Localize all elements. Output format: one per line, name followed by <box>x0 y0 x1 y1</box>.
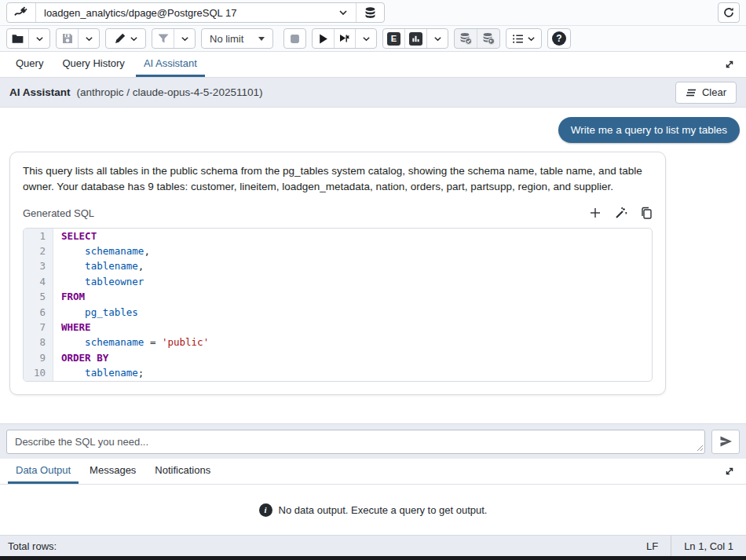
generated-sql-label: Generated SQL <box>23 207 94 219</box>
connection-bar: loadgen_analytics/dpage@PostgreSQL 17 <box>0 0 746 26</box>
connection-group: loadgen_analytics/dpage@PostgreSQL 17 <box>6 2 385 23</box>
replace-sql-button[interactable] <box>614 207 627 220</box>
explain-icon: E <box>387 32 400 46</box>
prompt-input-wrap <box>6 430 705 454</box>
edit-group <box>105 28 146 49</box>
chevron-down-icon <box>35 35 44 43</box>
response-text: This query lists all tables in the publi… <box>23 163 651 196</box>
pencil-icon <box>114 32 126 45</box>
send-button[interactable] <box>711 430 740 454</box>
reset-layout-button[interactable] <box>718 2 740 23</box>
refresh-icon <box>722 6 735 19</box>
generated-sql-code[interactable]: 1SELECT2 schemaname,3 tablename,4 tableo… <box>23 228 653 382</box>
connection-selector[interactable]: loadgen_analytics/dpage@PostgreSQL 17 <box>36 3 356 22</box>
no-data-message: No data output. Execute a query to get o… <box>279 504 488 516</box>
total-rows-label: Total rows: <box>8 540 57 552</box>
macro-group <box>506 28 542 49</box>
macro-menu-button[interactable] <box>506 29 541 48</box>
explain-analyze-button[interactable] <box>404 29 426 48</box>
query-tool-window: loadgen_analytics/dpage@PostgreSQL 17 <box>0 0 746 560</box>
play-icon <box>317 33 329 45</box>
filter-button[interactable] <box>152 29 174 48</box>
transaction-group <box>454 28 500 49</box>
sql-line: 3 tablename, <box>24 258 652 273</box>
edit-menu-button[interactable] <box>106 29 145 48</box>
chevron-down-icon <box>433 35 442 43</box>
save-file-menu-button[interactable] <box>78 29 99 48</box>
rollback-button[interactable] <box>477 29 499 48</box>
open-file-button[interactable] <box>7 29 28 48</box>
sql-line: 2 schemaname, <box>24 243 652 258</box>
window-bottom-edge <box>0 556 746 560</box>
sql-line: 1SELECT <box>24 229 652 243</box>
ai-model-label: (anthropic / claude-opus-4-5-20251101) <box>77 86 263 98</box>
sql-line: 7WHERE <box>24 320 652 335</box>
tab-messages[interactable]: Messages <box>82 459 144 484</box>
open-file-menu-button[interactable] <box>28 29 49 48</box>
plus-icon <box>589 207 602 219</box>
expand-icon <box>724 466 735 477</box>
help-group: ? <box>547 28 571 49</box>
save-file-button[interactable] <box>57 29 78 48</box>
expand-output-button[interactable] <box>721 459 738 484</box>
expand-icon <box>724 59 735 70</box>
rollback-database-icon <box>481 31 496 46</box>
chevron-down-icon <box>527 35 536 43</box>
execute-script-button[interactable] <box>334 29 355 48</box>
sql-line: 4 tableowner <box>24 274 652 289</box>
macro-list-icon <box>512 33 524 45</box>
tab-data-output[interactable]: Data Output <box>8 459 79 484</box>
new-connection-database-icon[interactable] <box>357 3 384 22</box>
sql-actions <box>589 207 653 220</box>
commit-button[interactable] <box>455 29 477 48</box>
query-tool-tabs: Query Query History AI Assistant <box>0 52 746 78</box>
sql-line: 8 schemaname = 'public' <box>24 335 652 350</box>
expand-panel-button[interactable] <box>721 52 738 77</box>
execute-button[interactable] <box>313 29 334 48</box>
row-limit-value: No limit <box>210 33 243 45</box>
tab-notifications[interactable]: Notifications <box>147 459 218 484</box>
copy-sql-button[interactable] <box>640 207 653 219</box>
status-right: LF Ln 1, Col 1 <box>634 536 746 556</box>
row-limit-select[interactable]: No limit <box>201 28 273 49</box>
help-button[interactable]: ? <box>548 29 570 48</box>
copy-icon <box>640 207 653 219</box>
tab-query-history[interactable]: Query History <box>54 52 132 77</box>
explain-menu-button[interactable] <box>426 29 448 48</box>
tab-query[interactable]: Query <box>8 52 51 77</box>
connection-label: loadgen_analytics/dpage@PostgreSQL 17 <box>44 7 236 19</box>
play-goto-icon <box>338 32 351 45</box>
clear-button-label: Clear <box>702 86 726 98</box>
output-tabs: Data Output Messages Notifications <box>0 459 746 485</box>
sql-line: 9ORDER BY <box>24 350 652 365</box>
send-icon <box>719 435 733 448</box>
connection-plug-icon <box>7 3 35 22</box>
stop-button[interactable] <box>284 29 305 48</box>
chevron-down-icon <box>130 35 138 43</box>
stop-group <box>283 28 306 49</box>
chevron-down-icon <box>181 35 189 43</box>
ai-assistant-title: AI Assistant <box>9 86 71 98</box>
save-icon <box>61 32 74 45</box>
eol-indicator: LF <box>634 536 671 556</box>
insert-sql-button[interactable] <box>589 207 602 219</box>
query-toolbar: No limit E <box>0 26 746 52</box>
user-message-bubble: Write me a query to list my tables <box>558 117 740 143</box>
explain-button[interactable]: E <box>383 29 404 48</box>
filter-menu-button[interactable] <box>174 29 195 48</box>
filter-icon <box>157 32 170 45</box>
magic-wand-icon <box>614 207 627 220</box>
commit-database-icon <box>459 31 473 46</box>
assistant-response-card: This query lists all tables in the publi… <box>9 152 666 395</box>
cursor-position: Ln 1, Col 1 <box>671 536 746 556</box>
ai-assistant-header: AI Assistant (anthropic / claude-opus-4-… <box>0 78 746 108</box>
generated-sql-header: Generated SQL <box>23 207 653 220</box>
sql-line: 6 pg_tables <box>24 305 652 320</box>
stop-icon <box>290 34 300 44</box>
execute-menu-button[interactable] <box>355 29 376 48</box>
tab-ai-assistant[interactable]: AI Assistant <box>136 52 205 77</box>
clear-chat-button[interactable]: Clear <box>675 82 737 104</box>
prompt-input-row <box>0 423 746 459</box>
prompt-input[interactable] <box>6 430 705 454</box>
filter-group <box>152 28 196 49</box>
